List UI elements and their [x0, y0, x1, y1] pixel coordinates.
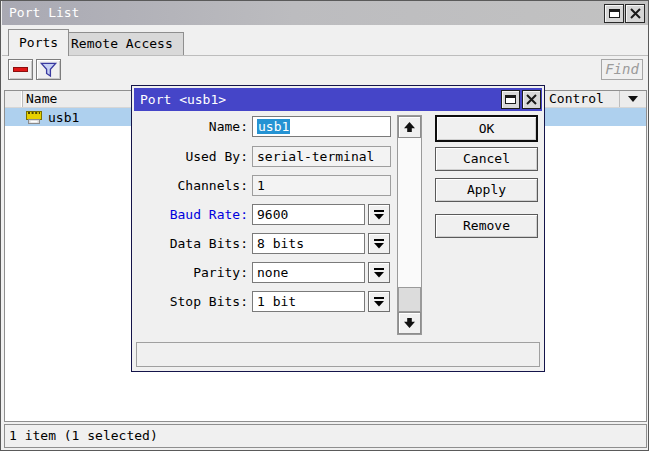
maximize-icon [609, 9, 620, 18]
tab-strip-divider [2, 55, 649, 56]
funnel-icon [39, 60, 58, 79]
column-picker-button[interactable] [619, 91, 646, 107]
dialog-scrollbar[interactable] [397, 115, 422, 335]
data-bits-label: Data Bits: [136, 233, 248, 254]
scroll-up-button[interactable] [398, 116, 421, 138]
channels-field: 1 [252, 175, 391, 196]
dropdown-icon [373, 238, 385, 249]
parity-input[interactable]: none [252, 262, 365, 283]
window-close-button[interactable] [625, 4, 645, 23]
name-label: Name: [136, 116, 248, 137]
used-by-field: serial-terminal [252, 146, 391, 167]
dialog-body: Name: usb1 Used By: serial-terminal Chan… [134, 111, 542, 369]
stop-bits-dropdown-button[interactable] [368, 291, 390, 312]
stop-bits-label: Stop Bits: [136, 291, 248, 312]
apply-button[interactable]: Apply [435, 178, 538, 202]
find-button[interactable]: Find [601, 59, 643, 80]
dialog-title: Port <usb1> [140, 92, 226, 107]
tab-remote-access[interactable]: Remote Access [60, 32, 184, 55]
baud-rate-dropdown-button[interactable] [368, 204, 390, 225]
dialog-status-strip [136, 342, 540, 367]
cancel-button[interactable]: Cancel [435, 147, 538, 171]
arrow-down-icon [403, 317, 416, 329]
scrollbar-thumb[interactable] [398, 287, 421, 312]
ok-button[interactable]: OK [435, 115, 538, 142]
parity-label: Parity: [136, 262, 248, 283]
data-bits-input[interactable]: 8 bits [252, 233, 365, 254]
filter-button[interactable] [36, 59, 61, 80]
window-titlebar[interactable]: Port List [2, 1, 649, 25]
row-port-name: usb1 [48, 110, 79, 125]
name-input[interactable]: usb1 [252, 116, 391, 137]
scroll-down-button[interactable] [398, 312, 421, 334]
channels-label: Channels: [136, 175, 248, 196]
dialog-titlebar[interactable]: Port <usb1> [134, 88, 542, 111]
dropdown-icon [373, 209, 385, 220]
status-bar: 1 item (1 selected) [4, 424, 647, 448]
column-header-blank[interactable] [5, 91, 23, 107]
data-bits-dropdown-button[interactable] [368, 233, 390, 254]
status-text: 1 item (1 selected) [9, 428, 158, 443]
column-header-control[interactable]: Control [549, 91, 619, 107]
maximize-icon [505, 95, 516, 104]
stop-bits-input[interactable]: 1 bit [252, 291, 365, 312]
remove-button[interactable]: Remove [435, 214, 538, 238]
window-title: Port List [9, 5, 79, 20]
port-list-window: Port List Ports Remote Access Find Name … [0, 0, 649, 451]
chevron-down-icon [628, 96, 638, 102]
dropdown-icon [373, 267, 385, 278]
arrow-up-icon [403, 121, 416, 133]
minus-icon [13, 67, 28, 72]
baud-rate-input[interactable]: 9600 [252, 204, 365, 225]
dropdown-icon [373, 296, 385, 307]
used-by-label: Used By: [136, 146, 248, 167]
close-icon [525, 93, 538, 106]
serial-port-icon [26, 111, 42, 124]
dialog-maximize-button[interactable] [501, 90, 520, 109]
window-maximize-button[interactable] [604, 4, 624, 23]
dialog-close-button[interactable] [522, 90, 541, 109]
remove-port-button[interactable] [8, 59, 33, 80]
close-icon [629, 7, 642, 20]
port-dialog: Port <usb1> Name: usb1 Used By: serial-t… [131, 85, 545, 372]
tab-ports[interactable]: Ports [8, 29, 69, 56]
name-value-selected: usb1 [257, 119, 290, 134]
parity-dropdown-button[interactable] [368, 262, 390, 283]
baud-rate-label: Baud Rate: [136, 204, 248, 225]
